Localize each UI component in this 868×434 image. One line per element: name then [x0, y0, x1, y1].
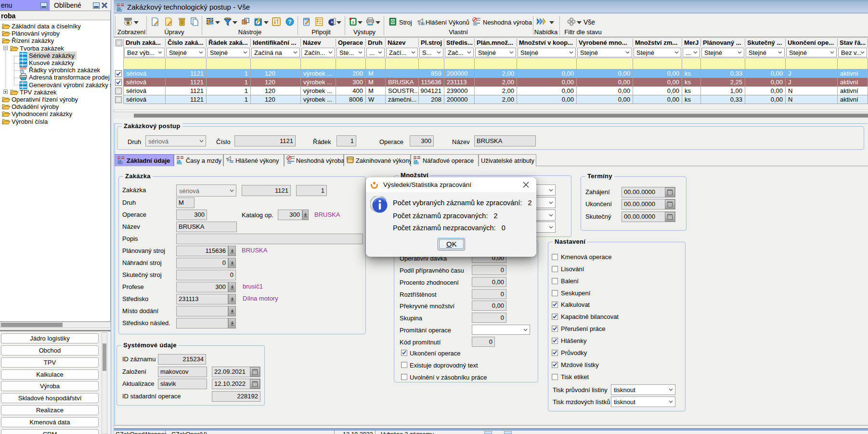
svg-text:?: ?	[288, 19, 291, 26]
svg-text:x: x	[352, 20, 354, 25]
svg-text:MD: MD	[117, 9, 122, 12]
svg-text:MD: MD	[177, 161, 182, 164]
svg-text:MD: MD	[117, 161, 123, 164]
svg-text:MD: MD	[414, 161, 419, 164]
